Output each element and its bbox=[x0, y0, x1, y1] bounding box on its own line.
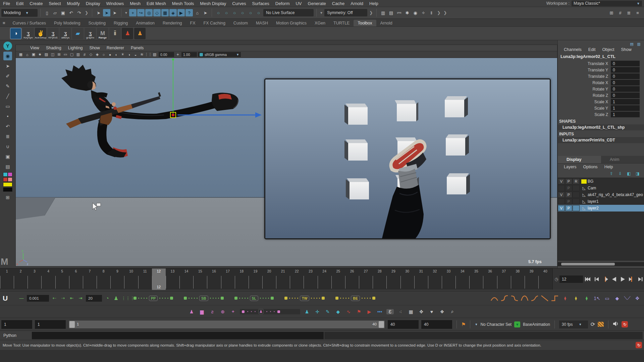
marker-chip-sl[interactable]: SL bbox=[250, 296, 258, 301]
current-frame-field[interactable]: 12 bbox=[559, 276, 583, 283]
camera-icon[interactable]: ▣ bbox=[3, 152, 12, 161]
green-key-icon[interactable]: ⧫ bbox=[582, 296, 591, 301]
channel-attr-value[interactable]: 0 bbox=[611, 93, 640, 98]
line-icon[interactable]: ╱ bbox=[3, 92, 12, 101]
shelf-item-kfpros[interactable]: ʓKFproS bbox=[47, 28, 59, 39]
shelf-item-maya[interactable]: ◑ bbox=[10, 28, 21, 39]
frame-32[interactable]: 32 bbox=[428, 268, 442, 290]
construction-ring-icon-6[interactable]: ○ bbox=[255, 9, 262, 16]
layer-name[interactable]: layer1 bbox=[588, 199, 599, 204]
bookmark-add-icon[interactable]: ⚑ bbox=[461, 321, 466, 327]
horizontal-scrollbar[interactable] bbox=[558, 262, 644, 266]
modeling-toolkit-toggle-icon[interactable]: ⊞ bbox=[608, 9, 615, 16]
pose-library-icon[interactable]: ▆ bbox=[198, 309, 206, 314]
pose-strip-item[interactable] bbox=[242, 310, 245, 313]
group-divider[interactable]: ❯ bbox=[437, 10, 440, 15]
select-tool-icon[interactable]: ➤ bbox=[95, 9, 102, 16]
layer-menu-help[interactable]: Help bbox=[602, 165, 616, 169]
group-divider[interactable]: ❯ bbox=[443, 10, 447, 15]
redo-icon[interactable]: ↷ bbox=[75, 9, 83, 16]
layer-playback-toggle[interactable]: P bbox=[565, 198, 572, 204]
marker-square[interactable] bbox=[284, 297, 287, 300]
viewport-menu-shading[interactable]: Shading bbox=[43, 46, 64, 50]
frame-2[interactable]: 2 bbox=[14, 268, 28, 290]
menu-item-uv[interactable]: UV bbox=[292, 1, 305, 6]
loop-playback-icon[interactable]: ⟳ bbox=[591, 321, 595, 327]
render-current-frame-icon[interactable]: ▤ bbox=[387, 9, 395, 16]
resolution-gate-icon[interactable]: ▢ bbox=[69, 52, 75, 58]
layer-editor-tab-anim[interactable]: Anim bbox=[601, 156, 644, 163]
lock-icon[interactable]: ⌂ bbox=[194, 9, 201, 16]
script-editor-error-icon[interactable]: ↻ bbox=[636, 342, 642, 348]
step-back-key-button[interactable] bbox=[602, 276, 609, 283]
image-plane-icon[interactable]: ▨ bbox=[43, 52, 49, 58]
more-dots-icon[interactable]: ••• bbox=[376, 309, 383, 314]
frame-15[interactable]: 15 bbox=[193, 268, 207, 290]
mirror-rig-icon[interactable]: ♟ bbox=[303, 309, 311, 314]
frame-27[interactable]: 27 bbox=[359, 268, 373, 290]
menu-item-mesh-display[interactable]: Mesh Display bbox=[197, 1, 229, 6]
frame-21[interactable]: 21 bbox=[276, 268, 290, 290]
menu-item-edit-mesh[interactable]: Edit Mesh bbox=[144, 1, 169, 6]
select-box-icon[interactable]: ▭ bbox=[603, 296, 611, 301]
go-to-end-button[interactable] bbox=[637, 276, 644, 283]
frame-17[interactable]: 17 bbox=[221, 268, 235, 290]
selected-node-name[interactable]: Luna3p:legArmor02_L_CTL bbox=[558, 53, 644, 60]
nudge-left-icon[interactable]: ⇠ bbox=[51, 296, 58, 301]
go-to-start-button[interactable] bbox=[584, 276, 592, 283]
new-scene-icon[interactable]: ▯ bbox=[43, 9, 51, 16]
frame-40[interactable]: 40 bbox=[538, 268, 552, 290]
frame-36[interactable]: 36 bbox=[483, 268, 497, 290]
range-start-handle[interactable] bbox=[69, 321, 75, 328]
select-rig-icon[interactable]: ⌖ bbox=[229, 309, 237, 314]
step-back-frame-button[interactable] bbox=[593, 276, 600, 283]
shelf-item-graphx[interactable]: ʓgraphx bbox=[85, 28, 96, 39]
play-forwards-button[interactable] bbox=[619, 276, 627, 283]
speaker-icon[interactable] bbox=[613, 321, 619, 328]
viewport-menu-renderer[interactable]: Renderer bbox=[104, 46, 127, 50]
anim-layer-value[interactable]: BaseAnimation bbox=[523, 322, 550, 327]
paint-effects-icon[interactable]: ✧ bbox=[420, 9, 427, 16]
wireframe-icon[interactable]: ○ bbox=[101, 52, 107, 58]
new-empty-layer-icon[interactable]: ◧ bbox=[626, 171, 632, 176]
menu-item-display[interactable]: Display bbox=[83, 1, 103, 6]
snap-view-icon[interactable]: ▦ bbox=[161, 9, 169, 16]
scrollbar-thumb[interactable] bbox=[561, 263, 615, 265]
shelf-item-robot-orange[interactable]: ♟ bbox=[134, 28, 146, 39]
pose-slider-strip[interactable]: ♟ bbox=[240, 309, 300, 314]
select-arrow-icon[interactable]: ➤ bbox=[3, 62, 12, 70]
menu-item-mesh-tools[interactable]: Mesh Tools bbox=[169, 1, 197, 6]
red-key-icon[interactable]: ⧫ bbox=[561, 296, 570, 301]
dot-icon[interactable]: • bbox=[3, 112, 12, 121]
shift-keys-right-icon[interactable]: ⇥ bbox=[77, 296, 84, 301]
frame-33[interactable]: 33 bbox=[442, 268, 455, 290]
marker-chip-be[interactable]: BE bbox=[351, 296, 360, 301]
camera-attributes-icon[interactable]: ▣ bbox=[31, 52, 37, 58]
field-chart-icon[interactable]: # bbox=[82, 52, 88, 58]
color-swatch[interactable] bbox=[3, 187, 12, 192]
dash-icon[interactable]: — bbox=[18, 296, 25, 301]
shift-keys-left-icon[interactable]: ⇤ bbox=[68, 296, 75, 301]
marker-chip-sb[interactable]: SB bbox=[199, 296, 208, 301]
pose-strip-item[interactable]: ♟ bbox=[258, 309, 264, 314]
frame-count-field[interactable]: 20 bbox=[86, 295, 102, 302]
snap-point-icon[interactable]: ◎ bbox=[145, 9, 153, 16]
frame-34[interactable]: 34 bbox=[455, 268, 469, 290]
ipr-render-icon[interactable]: IPR bbox=[395, 9, 403, 16]
frame-24[interactable]: 24 bbox=[318, 268, 331, 290]
construction-ring-icon-4[interactable]: ○ bbox=[239, 9, 246, 16]
channel-attr-value[interactable]: 1 bbox=[611, 105, 640, 111]
layer-visibility-toggle[interactable] bbox=[558, 185, 565, 191]
camera-inset-view[interactable] bbox=[264, 78, 551, 239]
channel-attr-value[interactable]: 0 bbox=[611, 67, 640, 73]
menu-item-create[interactable]: Create bbox=[26, 1, 46, 6]
frame-ruler[interactable]: 1234567891011121213141516171819202122232… bbox=[0, 268, 552, 290]
channel-attr-value[interactable]: 0 bbox=[611, 61, 640, 66]
character-set-value[interactable]: No Character Set bbox=[480, 322, 512, 327]
open-render-view-icon[interactable]: ▥ bbox=[379, 9, 387, 16]
layer-row-bg[interactable]: VPRBG bbox=[558, 178, 644, 185]
layer-playback-toggle[interactable]: P bbox=[565, 192, 572, 198]
marker-square[interactable] bbox=[322, 297, 325, 300]
film-gate-icon[interactable]: ▭ bbox=[62, 52, 68, 58]
motion-blur-icon[interactable]: ≋ bbox=[139, 52, 145, 58]
